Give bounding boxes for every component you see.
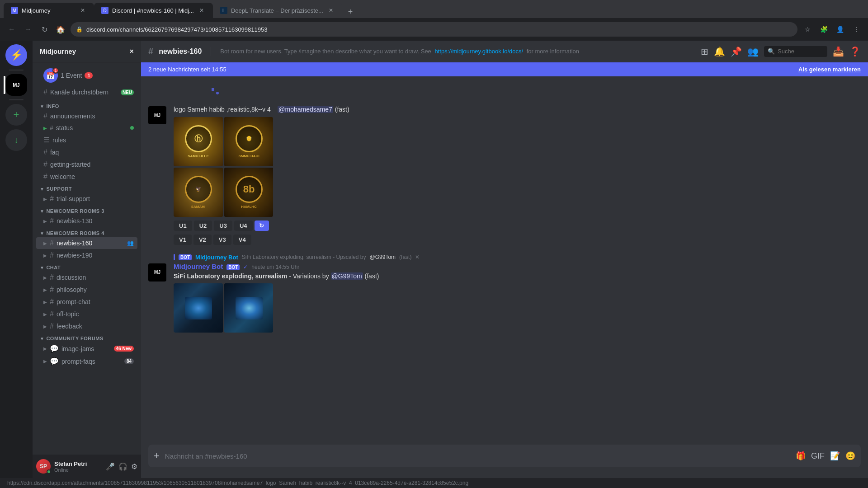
- channel-newbies-130[interactable]: ▶ # newbies-130: [36, 215, 137, 227]
- doc-link[interactable]: https://midjourney.gitbook.io/docs/: [434, 48, 523, 55]
- reload-button[interactable]: ↻: [38, 23, 51, 36]
- image-cell-1-3[interactable]: 🦅 SAMAHI: [174, 168, 223, 217]
- add-attachment-button[interactable]: +: [154, 445, 160, 467]
- prompt-text-1: logo Sameh habib ,realistic,8k--v 4 –: [174, 106, 278, 113]
- download-button[interactable]: ↓: [5, 129, 27, 151]
- channel-rules[interactable]: ☰ rules: [36, 134, 137, 146]
- section-header-newcomer3[interactable]: ▼ NEWCOMER ROOMS 3: [33, 206, 141, 215]
- channel-welcome[interactable]: # welcome: [36, 171, 137, 183]
- message-input[interactable]: [165, 447, 790, 465]
- gif-icon[interactable]: GIF: [811, 451, 825, 461]
- settings-button[interactable]: ⚙: [131, 462, 137, 471]
- address-bar[interactable]: 🔒 discord.com/channels/66226797698429747…: [71, 22, 797, 37]
- server-header[interactable]: Midjourney ✕: [33, 41, 141, 62]
- image-cell-2-2[interactable]: [224, 283, 273, 333]
- midjourney-icon-label: MJ: [13, 82, 19, 88]
- pin-button[interactable]: 📌: [731, 46, 742, 57]
- forward-button[interactable]: →: [22, 23, 34, 36]
- channel-image-jams[interactable]: ▶ 💬 image-jams 46 New: [36, 343, 137, 355]
- channel-status[interactable]: ▶ # status: [36, 122, 137, 133]
- channel-discussion[interactable]: ▶ # discussion: [36, 272, 137, 283]
- medal-text-4: HAMLHC: [241, 205, 257, 209]
- channel-philosophy[interactable]: ▶ # philosophy: [36, 284, 137, 296]
- browser-tab-deepl[interactable]: L DeepL Translate – Der präziseste... ✕: [213, 3, 342, 18]
- action-buttons-1: U1 U2 U3 U4 ↻: [174, 221, 861, 231]
- browse-channels-item[interactable]: # Kanäle durchstöbern NEU: [36, 86, 137, 98]
- channel-prompt-faqs[interactable]: ▶ 💬 prompt-faqs 84: [36, 355, 137, 367]
- channel-newbies-160[interactable]: ▶ # newbies-160 👥: [36, 237, 137, 249]
- browser-tab-midjourney[interactable]: M Midjourney ✕: [4, 3, 94, 18]
- menu-btn[interactable]: ⋮: [850, 23, 863, 36]
- u1-button[interactable]: U1: [174, 221, 192, 231]
- channel-list: 📅 1 1 Event 1 # Kanäle durchstöbern NEU …: [33, 62, 141, 455]
- author-mention-1[interactable]: @mohamedsame7: [278, 106, 333, 113]
- status-play-icon: ▶: [43, 126, 47, 131]
- section-header-chat[interactable]: ▼ CHAT: [33, 263, 141, 271]
- tab-close-midjourney[interactable]: ✕: [79, 6, 87, 14]
- notifications-button[interactable]: 🔔: [714, 46, 725, 57]
- event-label: 1 Event: [61, 72, 82, 79]
- channel-trial-support[interactable]: ▶ # trial-support: [36, 193, 137, 205]
- section-header-info[interactable]: ▼ INFO: [33, 102, 141, 110]
- inbox-button[interactable]: 📥: [833, 46, 844, 57]
- section-header-support[interactable]: ▼ SUPPORT: [33, 184, 141, 192]
- event-item[interactable]: 📅 1 1 Event 1: [36, 66, 137, 84]
- image-cell-1-4[interactable]: 8b HAMLHC: [224, 168, 273, 217]
- threads-button[interactable]: ⊞: [701, 46, 708, 57]
- section-header-newcomer4[interactable]: ▼ NEWCOMER ROOMS 4: [33, 229, 141, 237]
- channel-getting-started[interactable]: # getting-started: [36, 159, 137, 170]
- new-tab-button[interactable]: +: [344, 5, 357, 18]
- message-content-1: logo Sameh habib ,realistic,8k--v 4 – @m…: [174, 105, 861, 245]
- profile-btn[interactable]: 👤: [834, 23, 846, 36]
- ref-mention[interactable]: @G99Tom: [370, 254, 396, 260]
- channel-newbies-190[interactable]: ▶ # newbies-190: [36, 249, 137, 261]
- mark-read-button[interactable]: Als gelesen markieren: [798, 66, 861, 73]
- section-header-community[interactable]: ▼ COMMUNITY FORUMS: [33, 334, 141, 342]
- back-button[interactable]: ←: [5, 23, 18, 36]
- home-button[interactable]: 🏠: [54, 23, 67, 36]
- tab-close-deepl[interactable]: ✕: [327, 6, 335, 14]
- delete-ref-button[interactable]: ✕: [415, 254, 420, 260]
- status-url[interactable]: https://cdn.discordapp.com/attachments/1…: [7, 480, 468, 486]
- home-server-icon[interactable]: ⚡: [5, 44, 27, 66]
- image-cell-1-1[interactable]: ⓗ SAMH HLLE: [174, 117, 223, 166]
- prompt-chat-label: prompt-chat: [57, 298, 134, 305]
- search-bar[interactable]: 🔍: [764, 46, 827, 57]
- members-button[interactable]: 👥: [747, 46, 759, 57]
- image-cell-2-1[interactable]: [174, 283, 223, 333]
- extensions-btn[interactable]: 🧩: [817, 23, 830, 36]
- channel-announcements[interactable]: # announcements: [36, 110, 137, 122]
- gift-icon[interactable]: 🎁: [796, 451, 806, 461]
- channel-off-topic[interactable]: ▶ # off-topic: [36, 308, 137, 320]
- bookmark-btn[interactable]: ☆: [801, 23, 814, 36]
- deafen-button[interactable]: 🎧: [118, 462, 127, 471]
- tab-close-discord[interactable]: ✕: [198, 6, 206, 14]
- search-input[interactable]: [778, 48, 824, 55]
- image-cell-1-2[interactable]: 👴 SMMH HAHI: [224, 117, 273, 166]
- refresh-button[interactable]: ↻: [255, 221, 269, 231]
- u4-button[interactable]: U4: [234, 221, 253, 231]
- g99tom-mention[interactable]: @G99Tom: [331, 272, 363, 280]
- u2-button[interactable]: U2: [194, 221, 212, 231]
- v3-button[interactable]: V3: [213, 235, 231, 245]
- feedback-icon: #: [50, 322, 54, 330]
- emoji-icon[interactable]: 😊: [845, 451, 855, 461]
- medal-3: 🦅: [185, 176, 212, 203]
- channel-feedback[interactable]: ▶ # feedback: [36, 320, 137, 332]
- u3-button[interactable]: U3: [214, 221, 232, 231]
- newbies160-label: newbies-160: [57, 239, 124, 247]
- midjourney-server-icon[interactable]: MJ: [5, 74, 27, 96]
- mute-button[interactable]: 🎤: [106, 462, 115, 471]
- channel-prompt-chat[interactable]: ▶ # prompt-chat: [36, 296, 137, 308]
- v1-button[interactable]: V1: [174, 235, 192, 245]
- channel-faq[interactable]: # faq: [36, 146, 137, 158]
- browser-actions: ☆ 🧩 👤 ⋮: [801, 23, 863, 36]
- add-server-button[interactable]: +: [5, 104, 27, 126]
- sticker-icon[interactable]: 📝: [830, 451, 840, 461]
- messages-area[interactable]: MJ logo Sameh habib ,realistic,8k--v 4 –…: [141, 76, 868, 445]
- v2-button[interactable]: V2: [193, 235, 212, 245]
- browser-tab-discord[interactable]: D Discord | #newbies-160 | Midj... ✕: [94, 3, 213, 18]
- scifi-visual-1: [185, 297, 212, 319]
- v4-button[interactable]: V4: [233, 235, 251, 245]
- help-button[interactable]: ❓: [849, 46, 861, 57]
